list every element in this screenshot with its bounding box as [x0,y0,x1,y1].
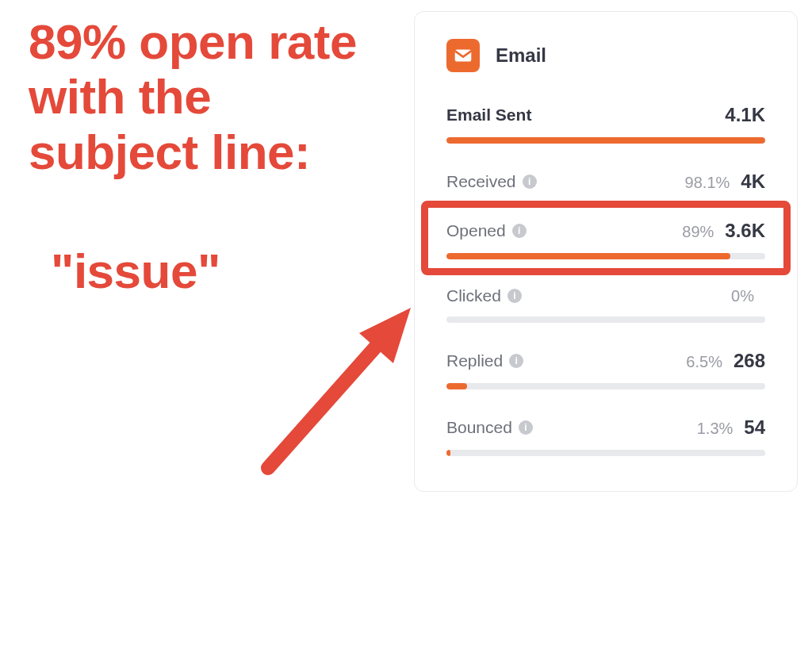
info-icon[interactable]: i [523,175,537,189]
progress-fill [446,253,730,259]
progress-track [446,253,765,259]
progress-track [446,450,765,456]
metric-replied: Replied i 6.5% 268 [446,350,765,389]
metric-value: 4.1K [725,104,765,126]
metric-percent: 1.3% [697,420,733,438]
metric-label: Opened [446,221,506,240]
progress-track [446,383,765,389]
progress-fill [446,450,450,456]
card-header: Email [446,39,765,72]
svg-marker-0 [359,308,411,363]
metric-label: Email Sent [446,105,531,125]
progress-track [446,137,765,144]
metric-clicked: Clicked i 0% [446,286,765,323]
metric-label: Bounced [446,418,512,437]
progress-fill [446,383,467,389]
metric-percent: 98.1% [685,174,730,192]
mail-icon [446,39,480,72]
metric-label: Replied [446,351,503,370]
annotation-block: 89% open rate with the subject line: "is… [29,14,377,299]
info-icon[interactable]: i [509,354,523,368]
metric-label: Received [446,172,516,191]
metric-received: Received i 98.1% 4K [446,171,765,193]
metric-percent: 6.5% [686,353,722,371]
arrow-icon [252,293,427,484]
progress-track [446,316,765,323]
email-stats-card: Email Email Sent 4.1K Received i 98.1% 4… [414,11,798,492]
progress-fill [446,137,765,144]
metric-email-sent: Email Sent 4.1K [446,104,765,144]
metric-percent: 89% [682,223,714,241]
metric-opened: Opened i 89% 3.6K [446,220,765,259]
metric-percent: 0% [731,287,754,305]
card-title: Email [496,44,546,67]
svg-rect-1 [455,49,472,61]
annotation-headline: 89% open rate with the subject line: [29,14,377,179]
metric-bounced: Bounced i 1.3% 54 [446,416,765,456]
metric-value: 268 [733,350,765,372]
info-icon[interactable]: i [512,224,527,238]
metric-value: 3.6K [725,220,765,242]
annotation-subject: "issue" [29,243,377,299]
info-icon[interactable]: i [519,420,533,435]
metric-value: 54 [744,416,765,439]
metric-value: 4K [741,171,765,193]
info-icon[interactable]: i [508,289,522,303]
metric-label: Clicked [446,286,501,305]
